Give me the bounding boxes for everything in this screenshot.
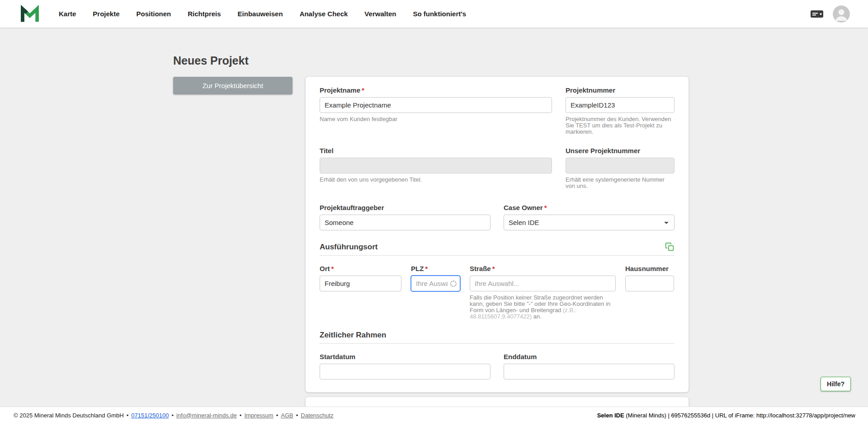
new-project-form-card: Projektname* Name vom Kunden festlegbar … xyxy=(306,77,689,392)
plz-label: PLZ* xyxy=(411,265,460,272)
projektname-label: Projektname* xyxy=(320,86,552,94)
nav-item-analyse-check[interactable]: Analyse Check xyxy=(300,10,348,18)
section-zeitlicher-rahmen: Zeitlicher Rahmen xyxy=(320,331,675,344)
required-asterisk: * xyxy=(425,265,428,272)
startdatum-input[interactable] xyxy=(320,364,491,379)
ort-label: Ort* xyxy=(320,265,401,272)
footer-copyright: © 2025 Mineral Minds Deutschland GmbH xyxy=(14,412,124,419)
nav-item-richtpreis[interactable]: Richtpreis xyxy=(188,10,221,18)
projektnummer-field: Projektnummer Projektnummer des Kunden. … xyxy=(566,86,675,135)
required-asterisk: * xyxy=(331,265,334,272)
enddatum-input[interactable] xyxy=(504,364,675,379)
titel-input xyxy=(320,158,552,173)
separator: • xyxy=(171,412,174,419)
startdatum-label: Startdatum xyxy=(320,353,491,360)
enddatum-field: Enddatum xyxy=(504,353,675,379)
case-owner-label: Case Owner* xyxy=(504,204,675,211)
hausnummer-input[interactable] xyxy=(625,276,674,291)
separator: • xyxy=(127,412,129,419)
navbar-right xyxy=(810,5,850,23)
nav-item-verwalten[interactable]: Verwalten xyxy=(364,10,396,18)
required-asterisk: * xyxy=(492,265,495,272)
separator: • xyxy=(240,412,242,419)
ort-input[interactable] xyxy=(320,276,401,291)
projektname-field: Projektname* Name vom Kunden festlegbar xyxy=(320,86,552,135)
projektauftraggeber-input[interactable] xyxy=(320,215,491,230)
unsere-projektnummer-field: Unsere Projektnummer Erhält eine systemg… xyxy=(566,147,675,189)
case-owner-label-text: Case Owner xyxy=(504,204,543,211)
footer-impressum-link[interactable]: Impressum xyxy=(244,412,273,419)
projektnummer-input[interactable] xyxy=(566,97,675,113)
project-overview-button[interactable]: Zur Projektübersicht xyxy=(173,77,292,94)
enddatum-label: Enddatum xyxy=(504,353,675,360)
strasse-label: Straße* xyxy=(470,265,616,272)
footer-left: © 2025 Mineral Minds Deutschland GmbH • … xyxy=(14,412,334,419)
top-navbar: Karte Projekte Positionen Richtpreis Ein… xyxy=(0,0,868,28)
projektnummer-label: Projektnummer xyxy=(566,86,675,94)
logo-m-icon xyxy=(20,5,40,23)
required-asterisk: * xyxy=(362,86,364,94)
footer-email-link[interactable]: info@mineral-minds.de xyxy=(176,412,237,419)
mineral-minds-logo[interactable] xyxy=(20,5,40,23)
case-owner-select[interactable]: Selen IDE xyxy=(504,215,675,230)
footer-agb-link[interactable]: AGB xyxy=(281,412,293,419)
left-column: Zur Projektübersicht xyxy=(173,77,292,94)
nav-item-positionen[interactable]: Positionen xyxy=(137,10,171,18)
section-ausfuehrungsort-title: Ausführungsort xyxy=(320,243,377,252)
strasse-input[interactable] xyxy=(470,276,616,291)
case-owner-selected-value: Selen IDE xyxy=(509,219,539,226)
section-zeitlicher-rahmen-title: Zeitlicher Rahmen xyxy=(320,331,386,340)
projektname-input[interactable] xyxy=(320,97,552,113)
required-asterisk: * xyxy=(544,204,547,211)
strasse-label-text: Straße xyxy=(470,265,491,272)
strasse-helper-text: Falls die Position keiner Straße zugeord… xyxy=(470,294,610,314)
main-nav: Karte Projekte Positionen Richtpreis Ein… xyxy=(59,10,466,18)
session-details: (Mineral Minds) | 69576255536d | URL of … xyxy=(624,412,855,419)
unsere-projektnummer-helper: Erhält eine systemgenerierte Nummer von … xyxy=(566,177,675,189)
footer-phone-link[interactable]: 07151/250100 xyxy=(131,412,169,419)
projektname-label-text: Projektname xyxy=(320,86,360,94)
titel-field: Titel Erhält den von uns vorgegebenen Ti… xyxy=(320,147,552,189)
nav-item-so-funktionierts[interactable]: So funktioniert's xyxy=(413,10,466,18)
page-title: Neues Projekt xyxy=(173,54,689,67)
projektnummer-helper: Projektnummer des Kunden. Verwenden Sie … xyxy=(566,116,675,135)
strasse-helper: Falls die Position keiner Straße zugeord… xyxy=(470,295,616,320)
separator: • xyxy=(276,412,278,419)
separator: • xyxy=(296,412,298,419)
main-content: Neues Projekt Zur Projektübersicht Proje… xyxy=(0,28,868,407)
unsere-projektnummer-label: Unsere Projektnummer xyxy=(566,147,675,154)
projektauftraggeber-field: Projektauftraggeber xyxy=(320,204,491,230)
plz-field: PLZ* xyxy=(411,265,460,320)
nav-item-karte[interactable]: Karte xyxy=(59,10,76,18)
user-avatar[interactable] xyxy=(833,5,850,23)
nav-item-projekte[interactable]: Projekte xyxy=(93,10,119,18)
footer-datenschutz-link[interactable]: Datenschutz xyxy=(301,412,333,419)
session-user: Selen IDE xyxy=(597,412,624,419)
ort-field: Ort* xyxy=(320,265,401,320)
plz-label-text: PLZ xyxy=(411,265,424,272)
ort-label-text: Ort xyxy=(320,265,330,272)
unsere-projektnummer-input xyxy=(566,158,675,173)
titel-helper: Erhält den von uns vorgegebenen Titel. xyxy=(320,177,552,183)
nav-item-einbauweisen[interactable]: Einbauweisen xyxy=(238,10,283,18)
section-ausfuehrungsort: Ausführungsort xyxy=(320,242,675,256)
copy-icon[interactable] xyxy=(665,242,675,252)
titel-label: Titel xyxy=(320,147,552,154)
server-icon[interactable] xyxy=(810,9,824,19)
page-container: Neues Projekt Zur Projektübersicht Proje… xyxy=(173,54,689,392)
projektauftraggeber-label: Projektauftraggeber xyxy=(320,204,491,211)
hausnummer-label: Hausnummer xyxy=(625,265,674,272)
strasse-field: Straße* Falls die Position keiner Straße… xyxy=(470,265,616,320)
chevron-down-icon xyxy=(664,222,669,224)
loading-spinner-icon xyxy=(450,281,457,287)
person-icon xyxy=(833,5,850,23)
help-button[interactable]: Hilfe? xyxy=(821,377,851,391)
hausnummer-field: Hausnummer xyxy=(625,265,674,320)
case-owner-field: Case Owner* Selen IDE xyxy=(504,204,675,230)
projektname-helper: Name vom Kunden festlegbar xyxy=(320,116,552,122)
startdatum-field: Startdatum xyxy=(320,353,491,379)
footer-session-info: Selen IDE (Mineral Minds) | 69576255536d… xyxy=(597,412,855,419)
footer: © 2025 Mineral Minds Deutschland GmbH • … xyxy=(0,407,868,426)
strasse-helper-suffix: an. xyxy=(532,313,542,320)
